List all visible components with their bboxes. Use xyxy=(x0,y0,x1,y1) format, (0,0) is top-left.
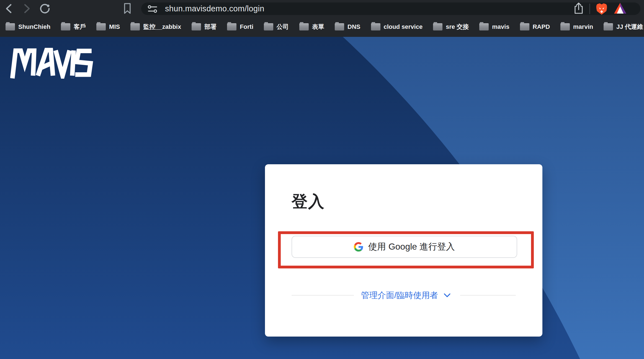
divider-left xyxy=(292,295,354,296)
folder-icon xyxy=(61,23,70,30)
google-signin-label: 使用 Google 進行登入 xyxy=(368,241,455,253)
forward-button[interactable] xyxy=(20,2,33,15)
toolbar-divider xyxy=(589,4,590,14)
google-g-icon xyxy=(354,242,363,252)
folder-icon xyxy=(604,23,613,30)
back-arrow-icon xyxy=(4,2,14,15)
folder-icon xyxy=(192,23,201,30)
share-icon xyxy=(573,2,584,15)
bookmark-item-3[interactable]: 監控__zabbix xyxy=(130,23,181,31)
bookmark-item-11[interactable]: mavis xyxy=(479,23,509,30)
url-text[interactable]: shun.mavisdemo.com/login xyxy=(165,4,573,13)
brave-lion-icon xyxy=(595,1,608,15)
bookmark-button[interactable] xyxy=(121,2,134,15)
share-button[interactable] xyxy=(573,2,584,16)
admin-interface-link[interactable]: 管理介面/臨時使用者 xyxy=(361,290,451,301)
bookmark-item-1[interactable]: 客戶 xyxy=(61,23,86,31)
folder-icon xyxy=(130,23,140,30)
folder-icon xyxy=(264,23,273,30)
bookmark-item-14[interactable]: JJ 代運維 xyxy=(604,23,643,31)
browser-toolbar: shun.mavisdemo.com/login xyxy=(0,0,644,17)
bookmark-item-6[interactable]: 公司 xyxy=(264,23,289,31)
folder-icon xyxy=(520,23,529,30)
brave-shields-button[interactable] xyxy=(595,1,608,16)
admin-link-row: 管理介面/臨時使用者 xyxy=(292,289,516,301)
folder-icon xyxy=(371,23,380,30)
login-card: 登入 使用 Google 進行登入 管理介面/臨時使用者 xyxy=(265,164,542,337)
bookmark-item-9[interactable]: cloud service xyxy=(371,23,423,30)
browser-window: shun.mavisdemo.com/login xyxy=(0,0,644,359)
back-button[interactable] xyxy=(2,2,15,15)
bookmark-item-4[interactable]: 部署 xyxy=(192,23,217,31)
folder-icon xyxy=(433,23,442,30)
folder-icon xyxy=(227,23,236,30)
bookmark-item-12[interactable]: RAPD xyxy=(520,23,550,30)
divider-right xyxy=(460,295,516,296)
tune-icon[interactable] xyxy=(147,4,158,14)
reload-button[interactable] xyxy=(38,2,51,15)
folder-icon xyxy=(560,23,570,30)
bookmark-item-8[interactable]: DNS xyxy=(335,23,360,30)
bat-triangle-icon xyxy=(613,2,627,15)
bookmark-item-10[interactable]: sre 交接 xyxy=(433,23,469,31)
reload-icon xyxy=(38,2,51,15)
google-signin-button[interactable]: 使用 Google 進行登入 xyxy=(292,236,517,258)
admin-link-label: 管理介面/臨時使用者 xyxy=(361,290,438,301)
folder-icon xyxy=(335,23,344,30)
mavis-wordmark-icon xyxy=(10,48,99,79)
login-heading: 登入 xyxy=(292,191,325,212)
forward-arrow-icon xyxy=(22,2,32,15)
folder-icon xyxy=(96,23,106,30)
folder-icon xyxy=(6,23,15,30)
bookmark-item-2[interactable]: MIS xyxy=(96,23,120,30)
address-bar[interactable]: shun.mavisdemo.com/login xyxy=(141,2,640,15)
chevron-down-icon xyxy=(444,293,451,298)
bookmark-item-13[interactable]: marvin xyxy=(560,23,593,30)
browser-chrome: shun.mavisdemo.com/login xyxy=(0,0,644,37)
brave-rewards-button[interactable] xyxy=(613,2,627,16)
folder-icon xyxy=(479,23,489,30)
bookmark-item-0[interactable]: ShunChieh xyxy=(6,23,50,30)
bookmark-ribbon-icon xyxy=(122,2,132,15)
login-page: MAVIS 登入 xyxy=(0,37,644,359)
bookmarks-bar: ShunChieh 客戶 MIS 監控__zabbix 部署 Forti xyxy=(0,17,644,37)
bookmark-item-7[interactable]: 表單 xyxy=(299,23,324,31)
mavis-logo: MAVIS xyxy=(10,48,99,80)
folder-icon xyxy=(299,23,309,30)
bookmark-item-5[interactable]: Forti xyxy=(227,23,253,30)
